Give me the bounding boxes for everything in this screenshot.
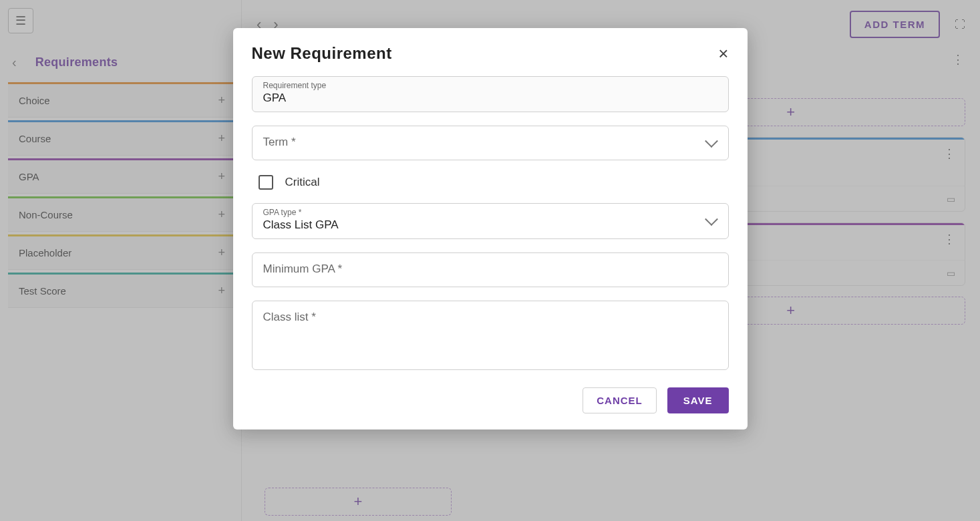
field-label: Term * (263, 136, 296, 149)
minimum-gpa-input[interactable]: Minimum GPA * (252, 252, 729, 287)
modal-title: New Requirement (252, 44, 392, 63)
field-value: GPA (263, 92, 717, 105)
field-label: Class list * (263, 311, 316, 324)
field-label: Requirement type (263, 81, 717, 90)
field-label: Minimum GPA * (263, 263, 343, 276)
critical-checkbox[interactable] (259, 175, 273, 190)
field-value: Class List GPA (263, 218, 717, 232)
modal-actions: CANCEL SAVE (252, 387, 729, 413)
class-list-input[interactable]: Class list * (252, 301, 729, 370)
cancel-button[interactable]: CANCEL (583, 387, 657, 413)
modal-scrim[interactable]: New Requirement × Requirement type GPA T… (0, 0, 980, 521)
critical-label: Critical (285, 176, 320, 189)
modal-header: New Requirement × (252, 44, 729, 63)
gpa-type-select[interactable]: GPA type * Class List GPA (252, 203, 729, 239)
field-label: GPA type * (263, 208, 717, 217)
requirement-type-field: Requirement type GPA (252, 76, 729, 112)
save-button[interactable]: SAVE (667, 387, 729, 413)
term-select[interactable]: Term * (252, 126, 729, 160)
critical-row: Critical (259, 175, 725, 190)
close-icon[interactable]: × (718, 45, 728, 62)
new-requirement-modal: New Requirement × Requirement type GPA T… (233, 28, 748, 429)
